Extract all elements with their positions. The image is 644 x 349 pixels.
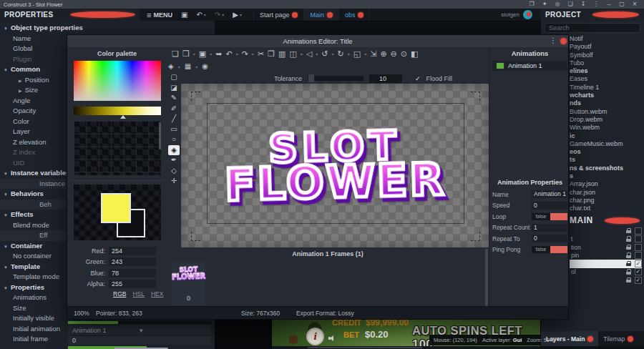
animation-list-item[interactable]: Animation 1 xyxy=(492,61,567,71)
rotate-cw-icon[interactable]: ↻ xyxy=(338,46,344,61)
tree-item[interactable]: Symbolf xyxy=(570,51,643,59)
tree-item[interactable]: ns & screenshots xyxy=(570,164,643,172)
menu-button[interactable]: ≡ MENU xyxy=(147,11,172,19)
slider-thumb[interactable] xyxy=(308,74,314,82)
chevron-down-icon[interactable]: ▾ xyxy=(240,12,242,17)
image-points-tool[interactable]: ✛ xyxy=(168,176,180,187)
tree-item[interactable]: Payoutf xyxy=(570,43,643,51)
new-file-icon[interactable]: ❏ xyxy=(172,46,179,61)
tree-item[interactable]: GameMusic.webm xyxy=(570,140,643,148)
chevron-down-icon[interactable]: ▾ xyxy=(332,51,334,56)
tree-item[interactable]: ts xyxy=(570,156,643,164)
invert-colors-icon[interactable]: ◧ xyxy=(411,46,418,61)
preview-button[interactable]: ▶ xyxy=(233,11,238,19)
undo-button[interactable]: ↶ xyxy=(196,11,202,19)
tree-item[interactable]: char.png xyxy=(570,197,643,205)
tree-item[interactable]: char.txt xyxy=(570,205,643,212)
property-value-input[interactable]: 0 xyxy=(532,235,567,242)
brush-tool[interactable]: ✐ xyxy=(168,104,180,114)
kebab-menu-icon[interactable]: ⋮ xyxy=(590,0,602,9)
layout-tab-main[interactable]: Main xyxy=(304,9,339,21)
chevron-down-icon[interactable]: ▾ xyxy=(178,64,180,69)
property-value-input[interactable]: 0 xyxy=(532,202,567,210)
frame-thumbnail[interactable]: SLOT FLOWER 0 xyxy=(172,261,205,305)
tree-item[interactable]: elines xyxy=(570,67,643,75)
tree-item[interactable]: Win.webm xyxy=(570,124,643,132)
layer-row[interactable]: t xyxy=(570,235,642,244)
frames-scrollbar[interactable] xyxy=(485,249,488,308)
search-input[interactable]: Search xyxy=(545,23,640,33)
image-canvas[interactable]: SLOT FLOWER xyxy=(181,84,489,247)
initial-animation-dropdown[interactable]: Animation 1 ▾ xyxy=(68,325,211,335)
kebab-menu-icon[interactable]: ⋮ xyxy=(550,36,557,44)
tree-item[interactable]: nds xyxy=(570,99,643,107)
tree-item[interactable]: Tubo xyxy=(570,59,643,67)
tree-item[interactable]: eos xyxy=(570,148,643,156)
shade-slider-marker[interactable] xyxy=(120,115,126,119)
tolerance-slider[interactable] xyxy=(308,76,364,81)
layout-horizontal-scrollbar[interactable] xyxy=(272,346,540,349)
export-image-icon[interactable]: ➥ xyxy=(215,46,222,61)
chevron-down-icon[interactable]: ▾ xyxy=(193,51,195,56)
zoom-in-icon[interactable]: ⊕ xyxy=(380,46,386,61)
tree-item[interactable]: char.json xyxy=(570,189,643,197)
shade-slider[interactable] xyxy=(74,107,161,115)
chevron-down-icon[interactable]: ▾ xyxy=(252,51,254,56)
visibility-checkbox[interactable]: ✓ xyxy=(635,260,642,267)
onion-skin-icon[interactable]: ◉ xyxy=(202,59,208,74)
eraser-tool[interactable]: ◪ xyxy=(168,83,180,94)
chevron-down-icon[interactable]: ▾ xyxy=(236,51,238,56)
lock-icon[interactable] xyxy=(625,269,632,275)
layer-row[interactable]: tion xyxy=(570,243,642,252)
lock-icon[interactable] xyxy=(625,245,632,250)
rotate-ccw-icon[interactable]: ↺ xyxy=(321,46,328,61)
visibility-checkbox[interactable] xyxy=(635,227,642,235)
flip-horizontal-icon[interactable]: ◫ xyxy=(289,46,296,61)
eyedropper-tool[interactable]: ✒ xyxy=(168,155,180,166)
tree-item[interactable]: Eases xyxy=(570,75,643,83)
redo-icon[interactable]: ↷ xyxy=(242,46,248,61)
flood-fill-checkbox[interactable]: ✓ xyxy=(415,75,421,82)
cut-icon[interactable]: ✂ xyxy=(258,46,264,61)
layer-row[interactable]: pin xyxy=(570,252,642,260)
chevron-down-icon[interactable]: ▾ xyxy=(222,12,224,17)
chevron-down-icon[interactable]: ▾ xyxy=(210,51,212,56)
color-mode-hex[interactable]: HEX xyxy=(151,290,163,298)
key-icon[interactable]: ✦ xyxy=(538,0,551,9)
paste-icon[interactable]: ▥ xyxy=(278,46,286,61)
visibility-checkbox[interactable]: ✓ xyxy=(635,277,642,284)
fill-tool[interactable]: ◈ xyxy=(168,145,180,156)
color-field-input[interactable]: 255 xyxy=(109,280,156,288)
search-icon[interactable]: ◎ xyxy=(551,0,564,9)
initially-visible-toggle[interactable] xyxy=(68,321,211,324)
lock-icon[interactable] xyxy=(625,236,632,242)
open-folder-icon[interactable]: ❒ xyxy=(182,46,190,61)
color-field-input[interactable]: 78 xyxy=(109,269,156,277)
foreground-color-swatch[interactable] xyxy=(101,193,131,223)
save-icon[interactable]: ▣ xyxy=(199,46,206,61)
toggle-slider[interactable] xyxy=(550,246,567,253)
property-value-input[interactable]: Animation 1 xyxy=(532,190,567,198)
ellipse-tool[interactable]: ○ xyxy=(168,134,180,145)
layer-row[interactable]: ol✓ xyxy=(570,268,642,277)
lock-icon[interactable] xyxy=(625,252,632,258)
redo-button[interactable]: ↷ xyxy=(215,11,220,19)
mirror-icon[interactable]: ◁ xyxy=(306,46,312,61)
chevron-down-icon[interactable]: ▾ xyxy=(301,51,303,56)
tree-item[interactable]: Button.webm xyxy=(570,108,643,116)
property-value-input[interactable]: 1 xyxy=(532,224,567,232)
property-row[interactable]: ▼Object type properties xyxy=(0,23,215,34)
layer-row[interactable]: ✓ xyxy=(570,260,642,268)
tree-item[interactable]: Array.json xyxy=(570,180,643,188)
resize-icon[interactable]: ⇲ xyxy=(370,46,376,61)
crop-icon[interactable]: ◱ xyxy=(353,46,361,61)
visibility-checkbox[interactable] xyxy=(635,235,642,242)
chevron-down-icon[interactable]: ▾ xyxy=(204,12,206,17)
pencil-tool[interactable]: ✎ xyxy=(168,93,180,104)
undo-icon[interactable]: ↶ xyxy=(225,46,232,61)
tree-item[interactable]: Drop.webm xyxy=(570,116,643,124)
dialog-header[interactable]: Animations Editor: Title ⋮ xyxy=(67,35,568,47)
zoom-out-icon[interactable]: ⊖ xyxy=(391,46,397,61)
lock-icon[interactable] xyxy=(625,261,632,267)
new-page-icon[interactable]: ❏ xyxy=(564,0,577,9)
